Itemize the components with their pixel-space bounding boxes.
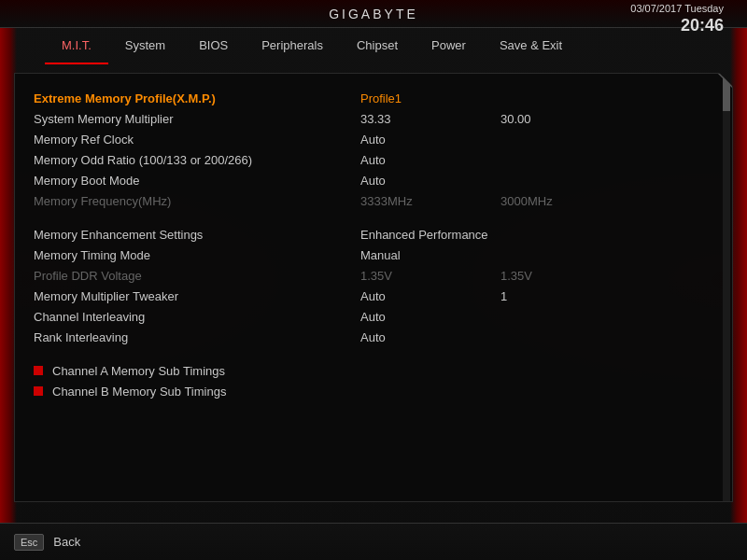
content-inner: Extreme Memory Profile(X.M.P.) Profile1 … bbox=[15, 74, 732, 415]
setting-value: Auto bbox=[360, 153, 472, 167]
setting-value: 3333MHz bbox=[360, 194, 472, 208]
setting-value: Auto bbox=[360, 133, 472, 147]
table-row[interactable]: System Memory Multiplier 33.33 30.00 bbox=[34, 108, 709, 129]
content-panel: Extreme Memory Profile(X.M.P.) Profile1 … bbox=[14, 73, 733, 502]
setting-value2: 3000MHz bbox=[500, 194, 553, 208]
list-item[interactable]: Channel B Memory Sub Timings bbox=[34, 381, 709, 401]
setting-label: System Memory Multiplier bbox=[34, 112, 360, 126]
nav-item-bios[interactable]: BIOS bbox=[182, 27, 245, 64]
setting-label: Memory Timing Mode bbox=[34, 248, 360, 262]
red-bullet-icon bbox=[34, 366, 43, 375]
datetime: 03/07/2017 Tuesday 20:46 bbox=[630, 2, 724, 37]
nav-item-system[interactable]: System bbox=[108, 27, 182, 64]
sub-timing-label: Channel A Memory Sub Timings bbox=[52, 364, 225, 378]
nav-item-mit[interactable]: M.I.T. bbox=[45, 27, 108, 64]
setting-label: Memory Odd Ratio (100/133 or 200/266) bbox=[34, 153, 360, 167]
table-row: Profile DDR Voltage 1.35V 1.35V bbox=[34, 265, 709, 286]
setting-value2: 1.35V bbox=[500, 269, 532, 283]
nav-item-save-exit[interactable]: Save & Exit bbox=[483, 27, 579, 64]
time-display: 20:46 bbox=[630, 15, 724, 36]
setting-value2: 1 bbox=[500, 289, 507, 303]
setting-value: Profile1 bbox=[360, 91, 472, 105]
table-row[interactable]: Rank Interleaving Auto bbox=[34, 327, 709, 347]
table-row[interactable]: Memory Multiplier Tweaker Auto 1 bbox=[34, 286, 709, 306]
setting-label: Memory Multiplier Tweaker bbox=[34, 289, 360, 303]
header: GIGABYTE 03/07/2017 Tuesday 20:46 bbox=[0, 0, 747, 28]
setting-label: Memory Frequency(MHz) bbox=[34, 194, 360, 208]
setting-label: Memory Ref Clock bbox=[34, 133, 360, 147]
table-row[interactable]: Memory Boot Mode Auto bbox=[34, 170, 709, 190]
setting-label: Channel Interleaving bbox=[34, 310, 360, 324]
setting-value: 33.33 bbox=[360, 112, 472, 126]
setting-value: Auto bbox=[360, 289, 472, 303]
setting-label: Memory Enhancement Settings bbox=[34, 228, 360, 242]
table-row[interactable]: Memory Timing Mode Manual bbox=[34, 245, 709, 265]
back-label: Back bbox=[53, 535, 80, 549]
nav-item-chipset[interactable]: Chipset bbox=[340, 27, 415, 64]
table-row[interactable]: Memory Odd Ratio (100/133 or 200/266) Au… bbox=[34, 149, 709, 170]
nav-item-peripherals[interactable]: Peripherals bbox=[245, 27, 340, 64]
setting-value2: 30.00 bbox=[500, 112, 531, 126]
settings-table: Extreme Memory Profile(X.M.P.) Profile1 … bbox=[34, 88, 709, 401]
divider bbox=[34, 211, 709, 224]
bottom-bar: Esc Back bbox=[0, 523, 747, 560]
gear-icon bbox=[9, 31, 39, 61]
list-item[interactable]: Channel A Memory Sub Timings bbox=[34, 360, 709, 381]
date-day: 03/07/2017 Tuesday bbox=[630, 3, 724, 14]
table-row[interactable]: Extreme Memory Profile(X.M.P.) Profile1 bbox=[34, 88, 709, 108]
divider bbox=[34, 347, 709, 360]
brand-title: GIGABYTE bbox=[329, 7, 418, 21]
setting-value: 1.35V bbox=[360, 269, 472, 283]
esc-key[interactable]: Esc bbox=[14, 534, 44, 551]
setting-label: Rank Interleaving bbox=[34, 330, 360, 344]
setting-value: Auto bbox=[360, 174, 472, 188]
scrollbar-track[interactable] bbox=[723, 74, 730, 501]
nav-item-power[interactable]: Power bbox=[415, 27, 483, 64]
setting-value: Auto bbox=[360, 330, 472, 344]
table-row[interactable]: Memory Enhancement Settings Enhanced Per… bbox=[34, 224, 709, 245]
setting-value: Enhanced Performance bbox=[360, 228, 488, 242]
setting-label: Memory Boot Mode bbox=[34, 174, 360, 188]
scrollbar-thumb[interactable] bbox=[723, 74, 730, 111]
svg-point-2 bbox=[21, 43, 27, 49]
table-row: Memory Frequency(MHz) 3333MHz 3000MHz bbox=[34, 190, 709, 211]
table-row[interactable]: Memory Ref Clock Auto bbox=[34, 129, 709, 149]
table-row[interactable]: Channel Interleaving Auto bbox=[34, 306, 709, 327]
setting-value: Auto bbox=[360, 310, 472, 324]
setting-label: Profile DDR Voltage bbox=[34, 269, 360, 283]
red-bullet-icon bbox=[34, 386, 43, 396]
setting-label: Extreme Memory Profile(X.M.P.) bbox=[34, 91, 360, 105]
setting-value: Manual bbox=[360, 248, 472, 262]
sub-timing-label: Channel B Memory Sub Timings bbox=[52, 385, 226, 399]
